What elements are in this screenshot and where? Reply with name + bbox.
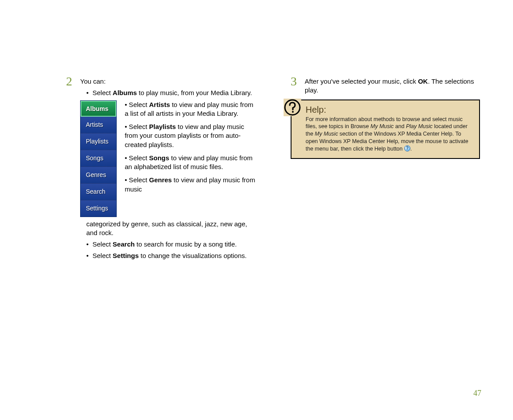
text: Select bbox=[92, 240, 113, 248]
text: to play music, from your Media Library. bbox=[137, 89, 252, 96]
text: Select bbox=[92, 89, 113, 96]
menu-item-artists[interactable]: Artists bbox=[81, 117, 116, 133]
help-box: Help: For more information about methods… bbox=[291, 99, 480, 159]
text: • Select bbox=[125, 176, 149, 184]
italic-my-music: My Music bbox=[370, 123, 394, 129]
bold-artists: Artists bbox=[149, 101, 170, 108]
text: to search for music by a song title. bbox=[135, 240, 237, 248]
bold-albums: Albums bbox=[113, 89, 137, 96]
bullet-playlists: • Select Playlists to view and play musi… bbox=[125, 122, 255, 149]
bullet-artists: • Select Artists to view and play music … bbox=[125, 100, 255, 118]
document-page: 2 You can: Select Albums to play music, … bbox=[0, 0, 513, 267]
menu-item-settings[interactable]: Settings bbox=[81, 200, 116, 217]
bullet-settings: Select Settings to change the visualizat… bbox=[86, 251, 255, 260]
page-number: 47 bbox=[473, 389, 481, 398]
italic-play-music: Play Music bbox=[406, 123, 432, 129]
menu-item-genres[interactable]: Genres bbox=[81, 167, 116, 184]
menu-item-albums[interactable]: Albums bbox=[81, 101, 116, 117]
bold-ok: OK bbox=[418, 77, 428, 85]
bullet-search: Select Search to search for music by a s… bbox=[86, 240, 255, 249]
question-mark-icon bbox=[284, 99, 301, 116]
step-2: 2 You can: Select Albums to play music, … bbox=[66, 77, 255, 263]
step-3-body: After you've selected your music, click … bbox=[305, 77, 480, 95]
right-column: 3 After you've selected your music, clic… bbox=[291, 77, 480, 267]
bullet-genres-continuation: categorized by genre, such as classical,… bbox=[86, 220, 255, 238]
bold-songs: Songs bbox=[149, 154, 169, 162]
help-button-icon bbox=[404, 145, 410, 151]
help-text: For more information about methods to br… bbox=[306, 116, 473, 153]
text: and bbox=[394, 123, 406, 129]
step-2-body: You can: Select Albums to play music, fr… bbox=[80, 77, 255, 263]
step-number-2: 2 bbox=[66, 75, 74, 263]
bold-genres: Genres bbox=[149, 176, 172, 184]
left-column: 2 You can: Select Albums to play music, … bbox=[66, 77, 255, 267]
text: to change the visualizations options. bbox=[139, 252, 247, 259]
menu-and-inline-wrap: Albums Artists Playlists Songs Genres Se… bbox=[80, 100, 255, 217]
text: Select bbox=[92, 252, 113, 259]
menu-item-songs[interactable]: Songs bbox=[81, 150, 116, 167]
text: . bbox=[410, 146, 412, 152]
bullet-genres-top: • Select Genres to view and play music f… bbox=[125, 176, 255, 194]
media-center-menu: Albums Artists Playlists Songs Genres Se… bbox=[80, 100, 117, 217]
italic-my-music-2: My Music bbox=[315, 131, 338, 137]
step-2-intro: You can: bbox=[80, 77, 106, 85]
menu-item-search[interactable]: Search bbox=[81, 184, 116, 200]
step-3: 3 After you've selected your music, clic… bbox=[291, 77, 480, 95]
bullet-albums: Select Albums to play music, from your M… bbox=[86, 88, 255, 97]
bold-settings: Settings bbox=[113, 252, 139, 259]
text: After you've selected your music, click bbox=[305, 77, 418, 85]
bullet-list-top: Select Albums to play music, from your M… bbox=[80, 88, 255, 97]
bold-search: Search bbox=[113, 240, 135, 248]
text: • Select bbox=[125, 101, 149, 108]
help-title: Help: bbox=[306, 105, 473, 115]
svg-point-1 bbox=[292, 111, 294, 113]
text: • Select bbox=[125, 154, 149, 162]
menu-item-playlists[interactable]: Playlists bbox=[81, 133, 116, 150]
text: • Select bbox=[125, 123, 149, 130]
inline-bullets: • Select Artists to view and play music … bbox=[125, 100, 255, 217]
bullet-list-bottom: Select Search to search for music by a s… bbox=[80, 240, 255, 261]
bold-playlists: Playlists bbox=[149, 123, 176, 130]
help-content: Help: For more information about methods… bbox=[306, 105, 473, 153]
step-number-3: 3 bbox=[291, 75, 299, 95]
bullet-songs: • Select Songs to view and play music fr… bbox=[125, 154, 255, 172]
